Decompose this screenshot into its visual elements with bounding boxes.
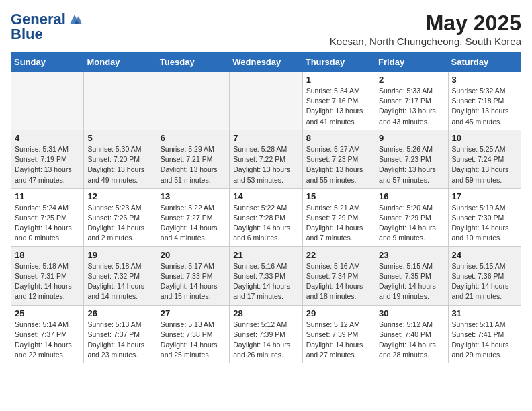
day-number: 26	[87, 308, 152, 318]
day-info: Sunrise: 5:23 AMSunset: 7:26 PMDaylight:…	[87, 203, 152, 244]
calendar-header-row: SundayMondayTuesdayWednesdayThursdayFrid…	[11, 53, 521, 72]
calendar-cell: 18Sunrise: 5:18 AMSunset: 7:31 PMDayligh…	[11, 246, 84, 305]
calendar-cell: 19Sunrise: 5:18 AMSunset: 7:32 PMDayligh…	[84, 246, 157, 305]
day-number: 30	[379, 308, 444, 318]
day-info: Sunrise: 5:34 AMSunset: 7:16 PMDaylight:…	[306, 86, 371, 127]
calendar-cell: 5Sunrise: 5:30 AMSunset: 7:20 PMDaylight…	[84, 130, 157, 188]
day-info: Sunrise: 5:17 AMSunset: 7:33 PMDaylight:…	[161, 261, 226, 302]
day-number: 11	[15, 191, 80, 201]
calendar-cell: 10Sunrise: 5:25 AMSunset: 7:24 PMDayligh…	[448, 130, 521, 188]
day-number: 10	[452, 133, 517, 143]
day-number: 19	[87, 250, 152, 260]
day-info: Sunrise: 5:12 AMSunset: 7:39 PMDaylight:…	[233, 320, 298, 361]
calendar-cell: 6Sunrise: 5:29 AMSunset: 7:21 PMDaylight…	[157, 130, 229, 188]
day-number: 1	[306, 75, 371, 85]
day-info: Sunrise: 5:28 AMSunset: 7:22 PMDaylight:…	[233, 144, 298, 185]
calendar-week-row: 11Sunrise: 5:24 AMSunset: 7:25 PMDayligh…	[11, 188, 521, 246]
title-block: May 2025 Koesan, North Chungcheong, Sout…	[330, 11, 521, 47]
calendar-cell: 16Sunrise: 5:20 AMSunset: 7:29 PMDayligh…	[375, 188, 448, 246]
day-number: 2	[379, 75, 444, 85]
day-info: Sunrise: 5:29 AMSunset: 7:21 PMDaylight:…	[161, 144, 226, 185]
day-number: 3	[452, 75, 517, 85]
day-number: 13	[161, 191, 226, 201]
day-number: 8	[306, 133, 371, 143]
calendar-cell: 21Sunrise: 5:16 AMSunset: 7:33 PMDayligh…	[230, 246, 302, 305]
day-header-monday: Monday	[84, 53, 157, 72]
calendar-cell: 25Sunrise: 5:14 AMSunset: 7:37 PMDayligh…	[11, 305, 84, 363]
calendar-cell: 15Sunrise: 5:21 AMSunset: 7:29 PMDayligh…	[302, 188, 375, 246]
day-number: 21	[233, 250, 298, 260]
calendar-week-row: 1Sunrise: 5:34 AMSunset: 7:16 PMDaylight…	[11, 72, 521, 130]
calendar-cell: 28Sunrise: 5:12 AMSunset: 7:39 PMDayligh…	[230, 305, 302, 363]
calendar-cell: 24Sunrise: 5:15 AMSunset: 7:36 PMDayligh…	[448, 246, 521, 305]
day-info: Sunrise: 5:30 AMSunset: 7:20 PMDaylight:…	[87, 144, 152, 185]
day-info: Sunrise: 5:32 AMSunset: 7:18 PMDaylight:…	[452, 86, 517, 127]
subtitle: Koesan, North Chungcheong, South Korea	[330, 36, 521, 47]
day-info: Sunrise: 5:22 AMSunset: 7:28 PMDaylight:…	[233, 203, 298, 244]
day-info: Sunrise: 5:27 AMSunset: 7:23 PMDaylight:…	[306, 144, 371, 185]
day-number: 4	[15, 133, 80, 143]
day-number: 23	[379, 250, 444, 260]
page-header: General Blue May 2025 Koesan, North Chun…	[11, 11, 521, 47]
logo-icon	[67, 12, 82, 27]
calendar-cell: 22Sunrise: 5:16 AMSunset: 7:34 PMDayligh…	[302, 246, 375, 305]
calendar-week-row: 25Sunrise: 5:14 AMSunset: 7:37 PMDayligh…	[11, 305, 521, 363]
calendar-cell: 12Sunrise: 5:23 AMSunset: 7:26 PMDayligh…	[84, 188, 157, 246]
day-header-saturday: Saturday	[448, 53, 521, 72]
day-info: Sunrise: 5:13 AMSunset: 7:38 PMDaylight:…	[161, 320, 226, 361]
calendar-cell: 27Sunrise: 5:13 AMSunset: 7:38 PMDayligh…	[157, 305, 229, 363]
day-info: Sunrise: 5:24 AMSunset: 7:25 PMDaylight:…	[15, 203, 80, 244]
calendar-cell: 9Sunrise: 5:26 AMSunset: 7:23 PMDaylight…	[375, 130, 448, 188]
day-info: Sunrise: 5:15 AMSunset: 7:36 PMDaylight:…	[452, 261, 517, 302]
calendar-cell: 23Sunrise: 5:15 AMSunset: 7:35 PMDayligh…	[375, 246, 448, 305]
day-info: Sunrise: 5:20 AMSunset: 7:29 PMDaylight:…	[379, 203, 444, 244]
day-number: 18	[15, 250, 80, 260]
calendar-cell: 14Sunrise: 5:22 AMSunset: 7:28 PMDayligh…	[230, 188, 302, 246]
calendar-cell: 30Sunrise: 5:12 AMSunset: 7:40 PMDayligh…	[375, 305, 448, 363]
logo-blue: Blue	[11, 26, 43, 43]
day-number: 6	[161, 133, 226, 143]
calendar-cell: 1Sunrise: 5:34 AMSunset: 7:16 PMDaylight…	[302, 72, 375, 130]
day-info: Sunrise: 5:16 AMSunset: 7:33 PMDaylight:…	[233, 261, 298, 302]
calendar-cell	[157, 72, 229, 130]
logo: General Blue	[11, 11, 82, 43]
calendar-cell: 7Sunrise: 5:28 AMSunset: 7:22 PMDaylight…	[230, 130, 302, 188]
day-number: 12	[87, 191, 152, 201]
calendar-cell: 29Sunrise: 5:12 AMSunset: 7:39 PMDayligh…	[302, 305, 375, 363]
day-number: 27	[161, 308, 226, 318]
calendar-table: SundayMondayTuesdayWednesdayThursdayFrid…	[11, 52, 521, 363]
day-number: 22	[306, 250, 371, 260]
main-title: May 2025	[330, 11, 521, 36]
day-number: 24	[452, 250, 517, 260]
day-number: 29	[306, 308, 371, 318]
day-info: Sunrise: 5:11 AMSunset: 7:41 PMDaylight:…	[452, 320, 517, 361]
day-info: Sunrise: 5:33 AMSunset: 7:17 PMDaylight:…	[379, 86, 444, 127]
day-number: 17	[452, 191, 517, 201]
day-info: Sunrise: 5:18 AMSunset: 7:32 PMDaylight:…	[87, 261, 152, 302]
day-number: 15	[306, 191, 371, 201]
day-info: Sunrise: 5:25 AMSunset: 7:24 PMDaylight:…	[452, 144, 517, 185]
day-header-tuesday: Tuesday	[157, 53, 229, 72]
day-header-wednesday: Wednesday	[230, 53, 302, 72]
calendar-cell: 2Sunrise: 5:33 AMSunset: 7:17 PMDaylight…	[375, 72, 448, 130]
day-info: Sunrise: 5:19 AMSunset: 7:30 PMDaylight:…	[452, 203, 517, 244]
day-header-friday: Friday	[375, 53, 448, 72]
day-info: Sunrise: 5:26 AMSunset: 7:23 PMDaylight:…	[379, 144, 444, 185]
day-number: 9	[379, 133, 444, 143]
day-number: 16	[379, 191, 444, 201]
day-info: Sunrise: 5:14 AMSunset: 7:37 PMDaylight:…	[15, 320, 80, 361]
day-info: Sunrise: 5:12 AMSunset: 7:39 PMDaylight:…	[306, 320, 371, 361]
day-info: Sunrise: 5:13 AMSunset: 7:37 PMDaylight:…	[87, 320, 152, 361]
day-info: Sunrise: 5:18 AMSunset: 7:31 PMDaylight:…	[15, 261, 80, 302]
day-number: 20	[161, 250, 226, 260]
calendar-cell: 26Sunrise: 5:13 AMSunset: 7:37 PMDayligh…	[84, 305, 157, 363]
day-number: 14	[233, 191, 298, 201]
calendar-cell: 8Sunrise: 5:27 AMSunset: 7:23 PMDaylight…	[302, 130, 375, 188]
calendar-cell: 17Sunrise: 5:19 AMSunset: 7:30 PMDayligh…	[448, 188, 521, 246]
day-info: Sunrise: 5:15 AMSunset: 7:35 PMDaylight:…	[379, 261, 444, 302]
calendar-cell	[84, 72, 157, 130]
calendar-cell	[230, 72, 302, 130]
calendar-cell: 13Sunrise: 5:22 AMSunset: 7:27 PMDayligh…	[157, 188, 229, 246]
calendar-cell: 20Sunrise: 5:17 AMSunset: 7:33 PMDayligh…	[157, 246, 229, 305]
day-number: 31	[452, 308, 517, 318]
